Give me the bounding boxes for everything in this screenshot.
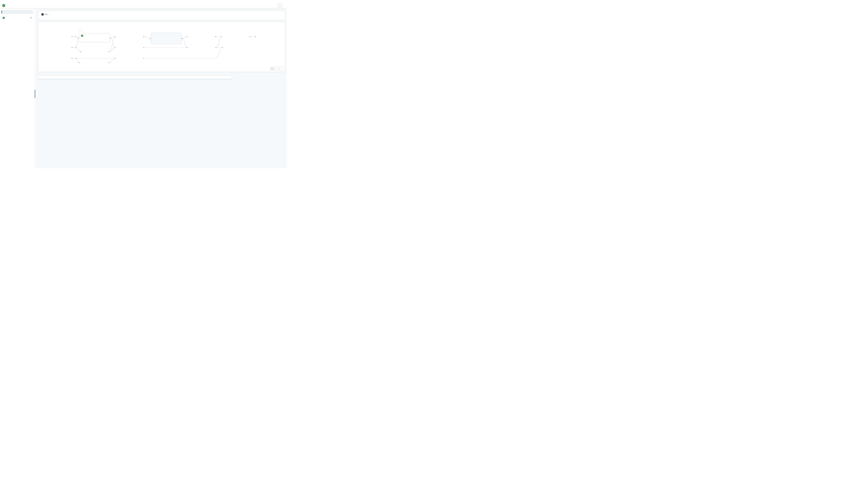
rerun-all-jobs-button[interactable] [278, 3, 282, 8]
matrix-tab[interactable] [79, 30, 82, 33]
graph-edges [38, 22, 285, 72]
annotations-card [38, 75, 232, 80]
success-icon [81, 34, 83, 37]
workflow-graph-card [38, 22, 285, 72]
branch-badge[interactable] [49, 14, 51, 15]
success-icon [3, 17, 5, 19]
zoom-out-button[interactable] [275, 67, 278, 70]
sidebar-group-simplepackage[interactable] [1, 16, 33, 19]
avatar[interactable] [41, 13, 44, 16]
fullscreen-button[interactable] [270, 67, 274, 70]
graph-zoom-controls [270, 67, 283, 70]
scrollbar-thumb[interactable] [34, 90, 35, 98]
chevron-up-icon[interactable] [30, 17, 32, 19]
matrix-group-box[interactable] [79, 33, 110, 42]
documentation-group-box [151, 33, 182, 44]
sidebar [0, 9, 34, 168]
annotations-header [38, 75, 232, 79]
sidebar-item-summary[interactable] [1, 10, 33, 14]
run-success-icon [2, 4, 5, 7]
commit-icon [45, 13, 47, 15]
main-content [36, 9, 287, 168]
sidebar-scrollbar[interactable] [34, 9, 36, 168]
graph-canvas[interactable] [38, 22, 285, 72]
run-header [0, 0, 287, 9]
zoom-in-button[interactable] [279, 67, 283, 70]
fullscreen-icon [271, 68, 273, 70]
run-summary-bar [38, 10, 285, 20]
